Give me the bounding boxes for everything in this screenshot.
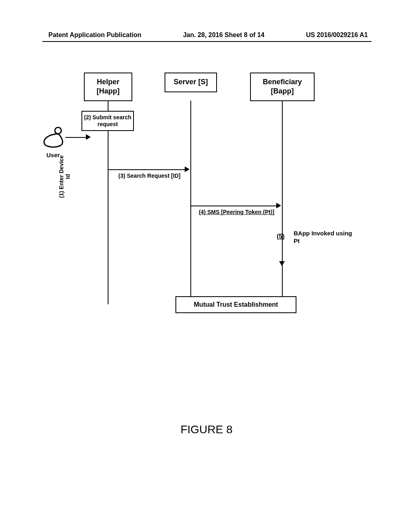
actor-helper: Helper [Happ] (84, 73, 132, 101)
arrow-5 (282, 240, 283, 262)
step-5-number: (5) (277, 233, 285, 240)
user-icon (41, 125, 65, 149)
actor-server: Server [S] (165, 73, 217, 92)
header-right: US 2016/0029216 A1 (306, 31, 368, 39)
step-5-label: BApp Invoked using Pt (294, 230, 354, 245)
arrow-4 (191, 206, 277, 206)
header-center: Jan. 28, 2016 Sheet 8 of 14 (183, 31, 265, 39)
lifeline-server (190, 101, 191, 304)
arrow-3 (108, 169, 186, 170)
sequence-diagram: Helper [Happ] Server [S] Beneficiary [Ba… (52, 73, 359, 407)
actor-beneficiary: Beneficiary [Bapp] (250, 73, 315, 101)
header-rule (42, 41, 371, 42)
figure-caption: FIGURE 8 (0, 423, 413, 436)
arrowhead-5 (279, 261, 285, 266)
arrowhead-1 (86, 134, 91, 140)
arrowhead-4 (276, 203, 281, 208)
trust-box: Mutual Trust Establishment (175, 296, 296, 313)
lifeline-helper (108, 101, 108, 304)
step-1-label: (1) Enter Device Id (58, 152, 71, 201)
arrowhead-3 (185, 166, 190, 172)
lifeline-beneficiary (282, 101, 283, 304)
arrow-1 (65, 137, 87, 138)
step-2-box: (2) Submit search request (81, 111, 134, 131)
header-left: Patent Application Publication (48, 31, 142, 39)
page-header: Patent Application Publication Jan. 28, … (0, 31, 413, 39)
svg-point-0 (55, 127, 61, 134)
step-3-label: (3) Search Request [ID] (110, 172, 189, 179)
step-4-label: (4) SMS [Peering Token (Pt)] (191, 209, 282, 215)
